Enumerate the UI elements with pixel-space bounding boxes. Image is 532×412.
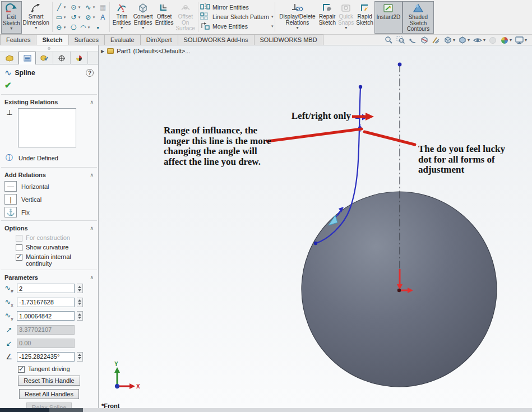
apply-scene-dropdown-icon[interactable]: ▾ <box>510 38 512 43</box>
slot-tool-icon[interactable]: ⊖ <box>54 23 64 32</box>
fix-relation-button[interactable]: ⚓ Fix <box>0 206 98 219</box>
display-delete-dropdown-icon[interactable]: ▾ <box>296 26 298 30</box>
point-number-spinner[interactable] <box>77 284 83 293</box>
flyout-arrow-icon[interactable]: ▶ <box>101 49 104 54</box>
spline-dropdown-icon[interactable]: ▾ <box>93 5 98 10</box>
linear-sketch-pattern-button[interactable]: Linear Sketch Pattern ▾ <box>200 12 274 21</box>
smart-dimension-button[interactable]: Smart Dimension ▾ <box>22 1 50 34</box>
ellipse-dropdown-icon[interactable]: ▾ <box>93 15 98 20</box>
add-relations-header[interactable]: Add Relations ∧ <box>0 169 98 180</box>
display-style-button[interactable]: ▾ <box>457 35 470 45</box>
existing-relations-header[interactable]: Existing Relations ∧ <box>0 96 98 107</box>
section-view-button[interactable] <box>419 35 429 45</box>
dimxpert-manager-tab[interactable] <box>53 52 71 64</box>
ellipse-tool-icon[interactable]: ⊘ <box>84 13 93 22</box>
view-settings-button[interactable]: ▾ <box>514 35 528 45</box>
display-manager-tab[interactable] <box>71 52 88 64</box>
property-manager-tab[interactable] <box>18 52 36 64</box>
view-settings-dropdown-icon[interactable]: ▾ <box>525 38 527 43</box>
rectangle-tool-icon[interactable]: ▭ <box>54 13 64 22</box>
panel-resize-grip[interactable] <box>0 45 98 52</box>
x-coordinate-spinner[interactable] <box>77 298 83 307</box>
y-coordinate-input[interactable] <box>17 311 75 321</box>
arc-dropdown-icon[interactable]: ▾ <box>88 25 93 30</box>
part-name[interactable]: Part1 (Default<<Default>... <box>117 48 190 54</box>
tab-features[interactable]: Features <box>0 34 36 45</box>
reset-all-handles-button[interactable]: Reset All Handles <box>19 389 79 399</box>
view-orientation-dropdown-icon[interactable]: ▾ <box>453 38 455 43</box>
tangent-direction-spinner[interactable] <box>77 352 83 362</box>
move-entities-button[interactable]: Move Entities ▾ <box>200 22 274 31</box>
tab-sketch[interactable]: Sketch <box>36 34 68 45</box>
collapse-chevron-icon[interactable]: ∧ <box>90 225 94 231</box>
x-coordinate-input[interactable] <box>17 298 75 307</box>
freeform-dropdown-icon[interactable]: ▾ <box>78 15 84 20</box>
rapid-sketch-button[interactable]: Rapid Sketch <box>355 1 374 34</box>
spline-tool-icon[interactable]: ∿ <box>84 3 93 12</box>
display-delete-relations-button[interactable]: Display/Delete Relations ▾ <box>277 1 317 34</box>
polygon-tool-icon[interactable]: ⎔ <box>69 23 78 32</box>
trim-entities-button[interactable]: Trim Entities ▾ <box>112 1 132 34</box>
trim-dropdown-icon[interactable]: ▾ <box>121 26 123 30</box>
freeform-tool-icon[interactable]: ↺ <box>69 13 78 22</box>
text-tool-icon[interactable]: A <box>98 13 108 22</box>
move-entities-dropdown-icon[interactable]: ▾ <box>271 24 274 29</box>
point-tool-icon[interactable]: ▪ <box>93 23 103 32</box>
circle-dropdown-icon[interactable]: ▾ <box>78 5 84 10</box>
vertical-relation-button[interactable]: | Vertical <box>0 193 98 206</box>
tab-dimxpert[interactable]: DimXpert <box>140 34 178 45</box>
hide-show-items-button[interactable]: ▾ <box>472 35 486 45</box>
convert-entities-button[interactable]: Convert Entities ▾ <box>132 1 154 34</box>
help-icon[interactable]: ? <box>86 69 94 77</box>
collapse-chevron-icon[interactable]: ∧ <box>90 172 94 178</box>
view-orientation-button[interactable]: ▾ <box>443 35 456 45</box>
repair-sketch-button[interactable]: Repair Sketch <box>317 1 337 34</box>
line-dropdown-icon[interactable]: ▾ <box>64 5 69 10</box>
spline-top-endpoint[interactable] <box>359 85 362 89</box>
offset-entities-button[interactable]: Offset Entities <box>154 1 175 34</box>
shaded-sketch-contours-button[interactable]: Shaded Sketch Contours <box>403 1 434 34</box>
instant2d-button[interactable]: Instant2D <box>374 1 403 34</box>
tab-surfaces[interactable]: Surfaces <box>68 34 105 45</box>
tangent-driving-option[interactable]: Tangent driving <box>0 364 98 374</box>
exit-sketch-button[interactable]: Exit Sketch ▾ <box>1 1 22 34</box>
y-coordinate-spinner[interactable] <box>77 311 83 321</box>
feature-manager-tab[interactable] <box>1 52 18 64</box>
apply-scene-button[interactable]: ▾ <box>499 35 512 45</box>
maintain-continuity-checkbox[interactable] <box>16 254 22 261</box>
ok-check-icon[interactable]: ✔ <box>4 80 12 90</box>
hide-show-dropdown-icon[interactable]: ▾ <box>483 38 485 43</box>
zoom-to-fit-button[interactable] <box>384 35 394 45</box>
line-tool-icon[interactable]: ╱ <box>54 3 64 12</box>
collapse-chevron-icon[interactable]: ∧ <box>90 99 94 105</box>
display-style-dropdown-icon[interactable]: ▾ <box>468 38 470 43</box>
collapse-chevron-icon[interactable]: ∧ <box>90 275 94 280</box>
maintain-continuity-option[interactable]: Maintain internal continuity <box>0 252 98 268</box>
linear-pattern-dropdown-icon[interactable]: ▾ <box>271 15 274 19</box>
show-curvature-option[interactable]: Show curvature <box>0 243 98 252</box>
circle-tool-icon[interactable]: ⊙ <box>69 3 78 12</box>
mirror-entities-button[interactable]: Mirror Entities <box>200 3 274 12</box>
configuration-manager-tab[interactable] <box>36 52 53 64</box>
horizontal-relation-button[interactable]: — Horizontal <box>0 180 98 193</box>
tangent-radial-direction-input[interactable] <box>17 352 75 362</box>
arc-tool-icon[interactable]: ◠ <box>78 23 88 32</box>
rectangle-dropdown-icon[interactable]: ▾ <box>64 15 69 20</box>
tab-solidworks-mbd[interactable]: SOLIDWORKS MBD <box>254 34 323 45</box>
options-header[interactable]: Options ∧ <box>0 223 98 233</box>
convert-dropdown-icon[interactable]: ▾ <box>142 26 144 30</box>
zoom-to-area-button[interactable] <box>396 35 406 45</box>
tab-evaluate[interactable]: Evaluate <box>104 34 141 45</box>
feature-tree-flyout[interactable]: ▶ Part1 (Default<<Default>... <box>101 48 190 54</box>
show-curvature-checkbox[interactable] <box>16 244 22 251</box>
parameters-header[interactable]: Parameters ∧ <box>0 272 98 283</box>
sketch-visibility-button[interactable] <box>431 35 441 45</box>
reset-this-handle-button[interactable]: Reset This Handle <box>18 376 80 386</box>
graphics-area[interactable]: Y X ▶ Part1 (Default<<Default>... Left/r… <box>99 45 532 408</box>
tab-solidworks-addins[interactable]: SOLIDWORKS Add-Ins <box>178 34 255 45</box>
centerline-top-point[interactable] <box>398 63 402 67</box>
tangent-driving-checkbox[interactable] <box>18 366 25 373</box>
previous-view-button[interactable] <box>408 35 418 45</box>
smart-dimension-dropdown-icon[interactable]: ▾ <box>35 26 37 30</box>
slot-dropdown-icon[interactable]: ▾ <box>64 25 69 30</box>
